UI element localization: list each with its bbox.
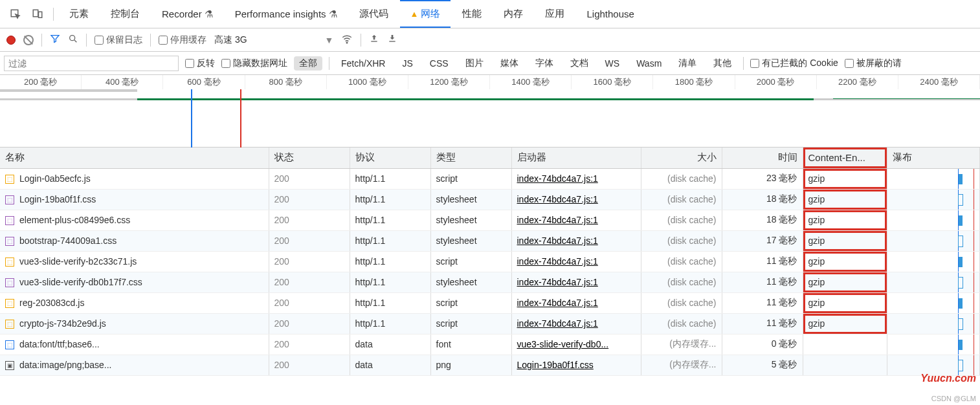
- col-size[interactable]: 大小: [641, 148, 722, 168]
- timeline-activity: [137, 98, 814, 100]
- filter-toggle-icon[interactable]: [50, 34, 60, 46]
- table-row[interactable]: ⬚vue3-slide-verify-b2c33c71.js200http/1.…: [0, 251, 980, 272]
- device-toggle-icon[interactable]: [27, 4, 48, 25]
- timeline-tick: 600 毫秒: [163, 75, 245, 89]
- img-file-icon: ▣: [5, 361, 14, 370]
- cell-waterfall: [887, 334, 980, 355]
- filter-img[interactable]: 图片: [460, 56, 489, 71]
- import-har-icon[interactable]: [369, 34, 379, 47]
- filter-fetch[interactable]: Fetch/XHR: [336, 57, 390, 70]
- timeline-tick: 200 毫秒: [0, 75, 82, 89]
- col-time[interactable]: 时间: [722, 148, 803, 168]
- filter-all[interactable]: 全部: [294, 56, 322, 71]
- cell-waterfall: [887, 313, 980, 334]
- throttling-dropdown[interactable]: 高速 3G▼: [214, 34, 333, 46]
- table-row[interactable]: ⬚vue3-slide-verify-db0b17f7.css200http/1…: [0, 272, 980, 292]
- network-toolbar: 保留日志 停用缓存 高速 3G▼: [0, 28, 980, 52]
- cell-name: ⬚bootstrap-744009a1.css: [0, 230, 269, 251]
- filter-wasm[interactable]: Wasm: [631, 57, 667, 70]
- blocked-cookies-checkbox[interactable]: 有已拦截的 Cookie: [750, 58, 838, 69]
- timeline-tick: 2400 毫秒: [898, 75, 980, 89]
- tab-recorder[interactable]: Recorder⚗: [151, 2, 223, 27]
- table-row[interactable]: ⬚Login-0ab5ecfc.js200http/1.1scriptindex…: [0, 168, 980, 189]
- preserve-log-checkbox[interactable]: 保留日志: [95, 34, 142, 46]
- separator: [150, 34, 151, 47]
- table-row[interactable]: ⬚element-plus-c08499e6.css200http/1.1sty…: [0, 210, 980, 230]
- cell-initiator[interactable]: index-74bdc4a7.js:1: [511, 210, 641, 230]
- cell-name: ⬚reg-203083cd.js: [0, 292, 269, 313]
- timeline-tick: 2200 毫秒: [817, 75, 898, 89]
- cell-type: stylesheet: [430, 210, 511, 230]
- col-protocol[interactable]: 协议: [350, 148, 430, 168]
- cell-initiator[interactable]: vue3-slide-verify-db0...: [511, 334, 641, 355]
- table-row[interactable]: ⬚reg-203083cd.js200http/1.1scriptindex-7…: [0, 292, 980, 313]
- clear-button[interactable]: [23, 35, 34, 45]
- chevron-down-icon: ▼: [325, 35, 334, 45]
- table-row[interactable]: ⬚crypto-js-734b2e9d.js200http/1.1scripti…: [0, 313, 980, 334]
- cell-size: (内存缓存...: [641, 355, 722, 375]
- network-filter-bar: 反转 隐藏数据网址 全部 Fetch/XHR JS CSS 图片 媒体 字体 文…: [0, 52, 980, 75]
- col-initiator[interactable]: 启动器: [511, 148, 641, 168]
- cell-size: (disk cache): [641, 272, 722, 292]
- filter-input[interactable]: [4, 56, 179, 71]
- overview-timeline[interactable]: 200 毫秒400 毫秒600 毫秒800 毫秒1000 毫秒1200 毫秒14…: [0, 75, 980, 148]
- filter-font[interactable]: 字体: [530, 56, 559, 71]
- tab-memory[interactable]: 内存: [493, 1, 533, 27]
- filter-manifest[interactable]: 清单: [673, 56, 702, 71]
- col-content-encoding[interactable]: Content-En...: [803, 148, 887, 168]
- tab-sources[interactable]: 源代码: [349, 1, 399, 27]
- cell-size: (disk cache): [641, 230, 722, 251]
- cell-time: 18 毫秒: [722, 210, 803, 230]
- tab-performance[interactable]: 性能: [452, 1, 492, 27]
- cell-initiator[interactable]: index-74bdc4a7.js:1: [511, 272, 641, 292]
- table-row[interactable]: ▣data:image/png;base...200datapngLogin-1…: [0, 355, 980, 375]
- network-conditions-icon[interactable]: [341, 33, 353, 47]
- cell-protocol: http/1.1: [350, 210, 430, 230]
- disable-cache-checkbox[interactable]: 停用缓存: [159, 34, 206, 46]
- cell-initiator[interactable]: index-74bdc4a7.js:1: [511, 230, 641, 251]
- table-row[interactable]: ⬚Login-19ba0f1f.css200http/1.1stylesheet…: [0, 189, 980, 210]
- invert-checkbox[interactable]: 反转: [185, 58, 215, 69]
- filter-other[interactable]: 其他: [708, 56, 737, 71]
- tab-perf-insights[interactable]: Performance insights⚗: [225, 2, 348, 27]
- cell-protocol: data: [350, 355, 430, 375]
- cell-name: ⬚Login-19ba0f1f.css: [0, 189, 269, 210]
- export-har-icon[interactable]: [387, 34, 397, 47]
- cell-initiator[interactable]: index-74bdc4a7.js:1: [511, 313, 641, 334]
- cell-type: font: [430, 334, 511, 355]
- col-waterfall[interactable]: 瀑布: [887, 148, 980, 168]
- col-type[interactable]: 类型: [430, 148, 511, 168]
- tab-application[interactable]: 应用: [535, 1, 575, 27]
- timeline-tick: 1600 毫秒: [572, 75, 653, 89]
- filter-doc[interactable]: 文档: [565, 56, 594, 71]
- tab-network[interactable]: ▲网络: [400, 0, 451, 28]
- record-button[interactable]: [6, 36, 16, 45]
- cell-encoding: gzip: [803, 272, 887, 292]
- cell-initiator[interactable]: index-74bdc4a7.js:1: [511, 292, 641, 313]
- col-status[interactable]: 状态: [269, 148, 350, 168]
- blocked-requests-checkbox[interactable]: 被屏蔽的请: [845, 58, 902, 69]
- cell-initiator[interactable]: index-74bdc4a7.js:1: [511, 189, 641, 210]
- inspect-icon[interactable]: [5, 4, 26, 25]
- col-name[interactable]: 名称: [0, 148, 269, 168]
- table-row[interactable]: ⬚bootstrap-744009a1.css200http/1.1styles…: [0, 230, 980, 251]
- flask-icon: ⚗: [205, 8, 213, 19]
- cell-initiator[interactable]: Login-19ba0f1f.css: [511, 355, 641, 375]
- filter-ws[interactable]: WS: [600, 57, 625, 70]
- cell-waterfall: [887, 272, 980, 292]
- tab-console[interactable]: 控制台: [100, 1, 150, 27]
- tab-lighthouse[interactable]: Lighthouse: [576, 2, 644, 26]
- cell-time: 0 毫秒: [722, 334, 803, 355]
- cell-size: (disk cache): [641, 189, 722, 210]
- timeline-ticks: 200 毫秒400 毫秒600 毫秒800 毫秒1000 毫秒1200 毫秒14…: [0, 75, 980, 89]
- tab-elements[interactable]: 元素: [59, 1, 99, 27]
- cell-initiator[interactable]: index-74bdc4a7.js:1: [511, 168, 641, 189]
- search-icon[interactable]: [68, 34, 78, 46]
- filter-css[interactable]: CSS: [425, 57, 454, 70]
- hide-data-urls-checkbox[interactable]: 隐藏数据网址: [221, 58, 287, 69]
- filter-js[interactable]: JS: [397, 57, 418, 70]
- table-row[interactable]: ⬚data:font/ttf;base6...200datafontvue3-s…: [0, 334, 980, 355]
- cell-size: (disk cache): [641, 292, 722, 313]
- cell-initiator[interactable]: index-74bdc4a7.js:1: [511, 251, 641, 272]
- filter-media[interactable]: 媒体: [495, 56, 524, 71]
